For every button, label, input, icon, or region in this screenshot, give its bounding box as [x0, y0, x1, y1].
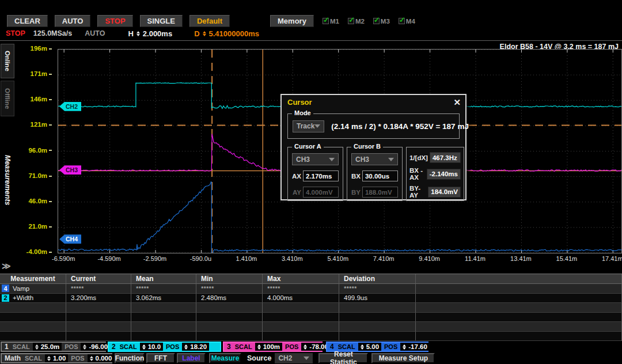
cursor-a-channel-dropdown[interactable]: CH3: [292, 153, 339, 165]
y-tick-label: 196m: [17, 45, 52, 52]
measurement-name: +Width: [12, 294, 33, 301]
measurements-table: Measurement Current Mean Min Max Deviati…: [0, 274, 622, 341]
math-controls[interactable]: Math SCAL 1.00 POS 0.000: [1, 353, 112, 363]
default-button[interactable]: Default: [189, 15, 230, 27]
cursor-mode-dropdown[interactable]: Track: [293, 120, 324, 132]
status-bar: STOP 125.0MSa/s AUTO H 2.000ms D 5.41000…: [0, 28, 622, 39]
memory-group: Memory M1 M2 M3 M4: [270, 15, 415, 27]
delay-value[interactable]: 5.41000000ms: [209, 29, 259, 38]
bx-value-field[interactable]: 30.00us: [362, 170, 398, 181]
cursor-mode-value: Track: [297, 122, 314, 130]
y-axis-labels: 196m171m146m121m96.0m71.0m46.0m21.0m-4.0…: [0, 0, 56, 274]
cursor-b-groupbox: Cursor B CH3 BX 30.00us BY 188.0mV: [347, 147, 403, 201]
x-tick-label: -590.0u: [190, 255, 211, 262]
checkbox-checked-icon[interactable]: [348, 18, 354, 24]
h-stepper-icon[interactable]: [136, 31, 140, 36]
horizontal-scale-value[interactable]: 2.000ms: [143, 29, 172, 38]
bx-label: BX: [351, 173, 361, 180]
by-value-field: 188.0mV: [362, 187, 398, 198]
ax-label: AX: [292, 173, 301, 180]
table-row[interactable]: 2 +Width 3.200ms 3.062ms 2.480ms 4.000ms…: [0, 294, 622, 304]
single-button[interactable]: SINGLE: [140, 15, 183, 27]
ay-label: AY: [293, 189, 301, 196]
ax-value-field[interactable]: 2.170ms: [303, 170, 339, 181]
memory-check-m1[interactable]: M1: [323, 18, 339, 25]
measurement-name: Vamp: [12, 285, 29, 292]
source-label: Source: [247, 354, 271, 362]
ch3-scale-value[interactable]: 100m: [255, 343, 282, 351]
channel-badge: 4: [2, 285, 9, 292]
bx-minus-ax-label: BX -AX: [409, 167, 425, 181]
reset-statistic-button[interactable]: Reset Statistic: [318, 353, 368, 363]
x-tick-label: -4.590m: [97, 255, 120, 262]
y-tick-label: 21.0m: [17, 223, 52, 230]
measure-button[interactable]: Measure: [209, 353, 241, 363]
checkbox-checked-icon[interactable]: [323, 18, 329, 24]
cursor-dialog: Cursor ✕ Mode Track (2.14 ms / 2) * 0.18…: [280, 94, 466, 200]
memory-check-m4[interactable]: M4: [399, 18, 415, 25]
x-tick-label: -6.590m: [52, 255, 75, 262]
ch2-scale-value[interactable]: 10.0: [140, 343, 163, 351]
cursor-dialog-titlebar[interactable]: Cursor ✕: [282, 95, 465, 109]
stop-button[interactable]: STOP: [97, 15, 132, 27]
chevron-down-icon: [388, 158, 394, 161]
function-button[interactable]: Function: [115, 353, 145, 363]
ch4-scale-value[interactable]: 5.00: [358, 343, 381, 351]
checkbox-checked-icon[interactable]: [373, 18, 380, 24]
ch1-scale-value[interactable]: 25.0m: [33, 343, 62, 351]
measure-setup-button[interactable]: Measure Setup: [371, 353, 435, 363]
chevron-down-icon: [329, 158, 335, 161]
table-row[interactable]: 4 Vamp ***** ***** ***** ***** *****: [0, 284, 622, 294]
ch2-pos-value[interactable]: 18.20: [182, 343, 209, 351]
chevron-down-icon: [314, 124, 320, 128]
auto-button[interactable]: AUTO: [55, 15, 91, 27]
source-value: CH2: [278, 354, 292, 362]
math-scale-value[interactable]: 1.00: [45, 354, 68, 362]
x-tick-label: 7.410m: [373, 255, 395, 262]
x-tick-label: -2.590m: [143, 255, 166, 262]
col-measurement: Measurement: [0, 274, 66, 284]
checkbox-checked-icon[interactable]: [399, 18, 405, 24]
cursor-results-groupbox: 1/[dX] 467.3Hz BX -AX -2.140ms BY-AY 184…: [406, 147, 464, 201]
math-pos-value[interactable]: 0.000: [88, 354, 115, 362]
col-current: Current: [66, 274, 131, 284]
ch4-pos-value[interactable]: -17.60: [400, 343, 430, 351]
y-tick-label: 146m: [17, 96, 52, 103]
x-tick-label: 9.410m: [419, 255, 440, 262]
bx-minus-ax-value: -2.140ms: [427, 169, 461, 180]
table-row-empty: [0, 313, 622, 323]
col-max: Max: [263, 274, 339, 284]
d-stepper-icon[interactable]: [203, 31, 206, 36]
memory-button[interactable]: Memory: [270, 15, 314, 27]
close-icon[interactable]: ✕: [453, 98, 461, 107]
channel-badge: 2: [2, 294, 9, 302]
channel-1-controls[interactable]: 1 SCAL 25.0m POS -96.00m: [1, 342, 106, 352]
by-label: BY: [351, 189, 361, 196]
cursor-b-channel-dropdown[interactable]: CH3: [351, 153, 398, 165]
table-row-empty: [0, 322, 622, 332]
x-tick-label: 11.41m: [465, 255, 486, 262]
memory-check-m2[interactable]: M2: [348, 18, 365, 25]
mode-groupbox: Mode Track (2.14 ms / 2) * 0.184A * 952V…: [287, 113, 460, 139]
toolbar-divider: [0, 40, 622, 41]
fft-button[interactable]: FFT: [146, 353, 175, 363]
y-tick-label: -4.00m: [17, 248, 52, 255]
channel-2-controls[interactable]: 2 SCAL 10.0 POS 18.20: [108, 342, 221, 352]
memory-check-m3[interactable]: M3: [373, 18, 390, 25]
col-min: Min: [196, 274, 263, 284]
by-minus-ay-label: BY-AY: [409, 185, 426, 199]
col-deviation: Deviation: [339, 274, 416, 284]
channel-3-controls[interactable]: 3 SCAL 100m POS -78.00m: [223, 342, 323, 352]
x-tick-label: 1.410m: [236, 255, 257, 262]
col-mean: Mean: [131, 274, 196, 284]
oscilloscope-app: CLEAR AUTO STOP SINGLE Default Memory M1…: [0, 0, 622, 364]
dialog-title: Cursor: [287, 98, 312, 107]
label-button[interactable]: Label: [177, 353, 206, 363]
ay-value-field: 4.000mV: [303, 187, 339, 198]
x-axis-labels: -6.590m-4.590m-2.590m-590.0u1.410m3.410m…: [58, 255, 622, 264]
chevron-down-icon: [304, 357, 309, 360]
y-tick-label: 171m: [17, 70, 52, 77]
source-dropdown[interactable]: CH2: [275, 353, 313, 363]
horizontal-scale-label: H: [128, 29, 133, 38]
cursor-a-groupbox: Cursor A CH3 AX 2.170ms AY 4.000mV: [287, 147, 343, 201]
